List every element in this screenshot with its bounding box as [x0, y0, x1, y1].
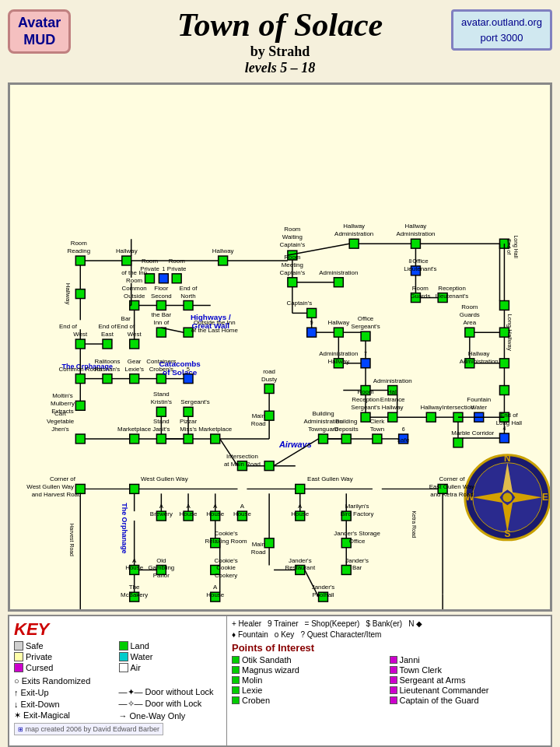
poi-croben: Croben — [232, 696, 389, 705]
poi-sergeant: Sergeant at Arms — [390, 675, 547, 685]
svg-rect-197 — [75, 401, 85, 410]
svg-text:Administration: Administration — [373, 377, 412, 384]
svg-rect-86 — [288, 278, 297, 287]
legend-land: Land — [119, 641, 222, 651]
poi-town-clerk: Town Clerk — [390, 665, 547, 675]
map-svg: N S W E .room { fill: #00dd00; stroke: #… — [10, 85, 550, 609]
svg-text:Second: Second — [151, 293, 172, 300]
svg-rect-42 — [411, 239, 421, 248]
svg-text:Jander's: Jander's — [345, 557, 369, 564]
svg-rect-29 — [219, 256, 228, 265]
svg-rect-63 — [499, 301, 509, 310]
svg-text:Stand: Stand — [153, 391, 170, 398]
svg-text:Cart: Cart — [54, 410, 67, 417]
svg-text:Room: Room — [357, 388, 374, 395]
svg-text:Outside: Outside — [124, 293, 145, 300]
svg-text:Hallway: Hallway — [327, 319, 349, 326]
svg-rect-80 — [499, 386, 509, 395]
legend-title: KEY — [14, 619, 49, 639]
svg-rect-219 — [264, 384, 274, 394]
svg-rect-0 — [10, 85, 550, 609]
svg-text:Brewery: Brewery — [150, 510, 173, 517]
svg-rect-98 — [307, 328, 317, 337]
svg-text:Reception: Reception — [438, 285, 466, 292]
svg-text:Road: Road — [251, 549, 266, 556]
svg-text:6: 6 — [402, 426, 405, 432]
svg-rect-222 — [264, 411, 274, 420]
svg-text:and Ketra Road: and Ketra Road — [430, 491, 473, 498]
svg-text:Hallway: Hallway — [116, 247, 138, 254]
svg-rect-234 — [341, 434, 351, 444]
svg-text:Area: Area — [463, 319, 476, 326]
svg-rect-251 — [156, 407, 166, 416]
svg-text:Room: Room — [461, 303, 478, 310]
svg-rect-108 — [361, 331, 370, 341]
svg-text:Intersection: Intersection — [443, 404, 474, 411]
svg-text:House: House — [233, 510, 251, 517]
svg-text:Water: Water — [471, 404, 487, 411]
svg-text:Catacombs: Catacombs — [159, 359, 201, 368]
svg-text:Mulberry: Mulberry — [51, 400, 75, 407]
svg-text:Ketra Road: Ketra Road — [411, 510, 417, 538]
svg-rect-91 — [307, 308, 317, 317]
svg-text:Hallway: Hallway — [420, 404, 442, 411]
svg-text:Entrance: Entrance — [380, 396, 405, 403]
air-box — [119, 663, 128, 672]
svg-rect-168 — [156, 301, 166, 310]
svg-text:Relaxing Room: Relaxing Room — [205, 538, 247, 545]
svg-text:House: House — [206, 591, 224, 598]
svg-text:Main: Main — [252, 412, 265, 419]
svg-rect-206 — [130, 374, 139, 384]
svg-text:Long Hallway: Long Hallway — [506, 314, 513, 351]
svg-text:Jander's: Jander's — [289, 557, 312, 564]
svg-rect-144 — [453, 438, 463, 447]
svg-text:House: House — [180, 510, 198, 517]
legend-grid: Safe Land Private Water Cursed — [14, 641, 222, 672]
svg-text:Marble Corridor: Marble Corridor — [451, 430, 494, 437]
svg-text:S: S — [504, 528, 510, 539]
svg-text:Harvest Road: Harvest Road — [69, 524, 75, 556]
svg-text:Old: Old — [156, 557, 166, 564]
svg-text:Common: Common — [122, 285, 147, 292]
svg-text:Long Hall: Long Hall — [513, 236, 519, 259]
private-box — [14, 652, 23, 661]
svg-rect-95 — [334, 278, 343, 287]
svg-text:E: E — [542, 492, 548, 503]
svg-text:Building: Building — [335, 418, 357, 425]
svg-text:Highways /: Highways / — [191, 313, 231, 321]
svg-rect-259 — [75, 434, 85, 444]
svg-rect-112 — [361, 359, 370, 368]
svg-text:Parlor: Parlor — [153, 572, 170, 579]
svg-rect-284 — [296, 484, 305, 493]
svg-rect-323 — [264, 538, 274, 548]
levels: levels 5 – 18 — [0, 60, 560, 76]
svg-text:West Gullen Way: West Gullen Way — [141, 475, 188, 482]
svg-text:East: East — [101, 331, 114, 338]
svg-text:Cookie's: Cookie's — [215, 557, 238, 564]
svg-rect-202 — [103, 374, 112, 384]
svg-text:road: road — [263, 368, 275, 375]
svg-text:Hallway: Hallway — [382, 404, 404, 411]
svg-rect-127 — [388, 412, 397, 422]
svg-rect-24 — [159, 274, 168, 283]
svg-rect-133 — [426, 412, 436, 422]
svg-text:Building: Building — [312, 410, 334, 417]
svg-text:Town: Town — [370, 426, 384, 433]
legend-cursed: Cursed — [14, 663, 117, 672]
svg-text:Marketplace: Marketplace — [198, 426, 233, 433]
svg-text:A: A — [240, 503, 245, 510]
svg-text:Dusty: Dusty — [261, 376, 277, 383]
svg-text:Road: Road — [251, 420, 266, 427]
svg-text:Inn of: Inn of — [153, 319, 170, 326]
water-box — [119, 652, 128, 661]
svg-text:End of: End of — [506, 239, 512, 254]
svg-rect-216 — [184, 374, 193, 384]
cursed-box — [14, 663, 23, 672]
svg-text:Room: Room — [284, 226, 301, 233]
svg-rect-68 — [465, 328, 474, 337]
svg-text:Jhen's: Jhen's — [51, 426, 69, 433]
svg-text:Main: Main — [252, 541, 265, 548]
svg-text:Hallway: Hallway — [405, 223, 427, 230]
legend-water: Water — [119, 652, 222, 661]
land-box — [119, 641, 128, 651]
